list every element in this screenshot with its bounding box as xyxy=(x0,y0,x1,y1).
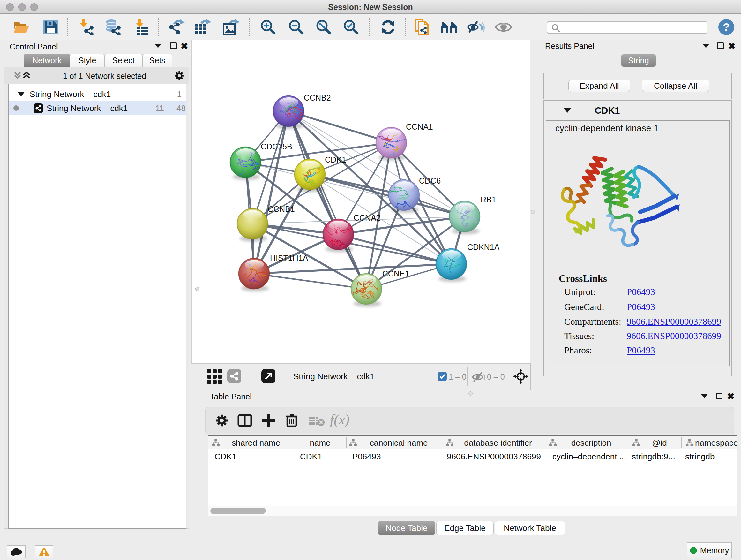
svg-text:CCNB1: CCNB1 xyxy=(268,205,295,213)
svg-text:CDKN1A: CDKN1A xyxy=(467,243,500,252)
svg-text:CDC6: CDC6 xyxy=(419,176,441,185)
svg-text:CCNB2: CCNB2 xyxy=(304,93,331,102)
svg-text:CDC25B: CDC25B xyxy=(261,142,292,151)
svg-text:RB1: RB1 xyxy=(481,195,496,204)
svg-text:CCNA1: CCNA1 xyxy=(406,122,433,131)
svg-text:CDK1: CDK1 xyxy=(325,155,346,164)
svg-text:HIST1H1A: HIST1H1A xyxy=(270,253,308,262)
svg-text:CCNA2: CCNA2 xyxy=(354,213,381,222)
svg-text:CCNE1: CCNE1 xyxy=(382,269,409,278)
svg-text:?: ? xyxy=(723,21,730,33)
